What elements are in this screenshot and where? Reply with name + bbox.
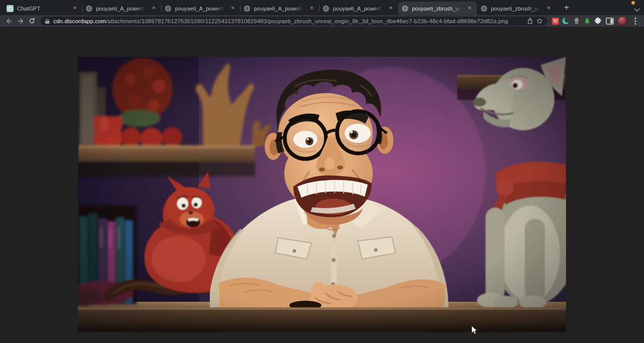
globe-favicon-icon xyxy=(86,5,93,12)
tab-title: pouyaeti_zbrush_unreal_engin xyxy=(491,6,541,12)
chatgpt-favicon-icon xyxy=(7,5,14,12)
share-icon[interactable] xyxy=(527,18,533,24)
tab-pouyaeti-powerful-4[interactable]: pouyaeti_A_powerful_modern × xyxy=(319,2,398,15)
forward-button[interactable] xyxy=(15,16,26,26)
new-tab-button[interactable]: + xyxy=(560,2,573,14)
bookmark-star-icon[interactable] xyxy=(536,18,543,24)
back-button[interactable] xyxy=(3,16,15,26)
tab-close-button[interactable]: × xyxy=(466,5,473,12)
url-text: cdn.discordapp.com/attachments/108978176… xyxy=(53,18,524,24)
url-domain: cdn.discordapp.com xyxy=(53,18,106,24)
profile-avatar[interactable] xyxy=(617,16,627,26)
artwork-vignette xyxy=(78,57,566,332)
tab-title: pouyaeti_A_powerful_modern xyxy=(96,6,146,12)
tab-close-button[interactable]: × xyxy=(308,5,315,12)
globe-favicon-icon xyxy=(480,5,488,12)
side-panel-icon[interactable] xyxy=(604,16,615,26)
browser-window: ChatGPT × pouyaeti_A_powerful_modern × p… xyxy=(0,0,644,343)
tab-pouyaeti-zbrush-active[interactable]: pouyaeti_zbrush_unreal_engin × xyxy=(398,2,477,15)
browser-toolbar: cdn.discordapp.com/attachments/108978176… xyxy=(0,15,644,27)
tab-chatgpt[interactable]: ChatGPT × xyxy=(3,2,82,15)
tab-pouyaeti-zbrush-2[interactable]: pouyaeti_zbrush_unreal_engin × xyxy=(477,2,556,15)
tab-title: pouyaeti_zbrush_unreal_engin xyxy=(412,6,462,12)
tab-pouyaeti-powerful-3[interactable]: pouyaeti_A_powerful_modern × xyxy=(240,2,319,15)
page-content xyxy=(0,27,644,343)
globe-favicon-icon xyxy=(244,5,251,12)
tab-close-button[interactable]: × xyxy=(150,5,157,12)
tab-title: pouyaeti_A_powerful_modern xyxy=(333,6,383,12)
reload-button[interactable] xyxy=(26,16,38,26)
tab-strip: ChatGPT × pouyaeti_A_powerful_modern × p… xyxy=(0,0,644,15)
tab-close-button[interactable]: × xyxy=(71,5,78,12)
red-grid-extension-icon[interactable] xyxy=(550,16,560,26)
menu-kebab-icon[interactable] xyxy=(629,16,641,26)
globe-favicon-icon xyxy=(165,5,172,12)
tree-extension-icon[interactable] xyxy=(582,16,592,26)
tab-close-button[interactable]: × xyxy=(387,5,394,12)
discord-image-attachment[interactable] xyxy=(78,57,566,332)
globe-favicon-icon xyxy=(323,5,330,12)
tab-pouyaeti-powerful-2[interactable]: pouyaeti_A_powerful_modern × xyxy=(161,2,240,15)
address-bar[interactable]: cdn.discordapp.com/attachments/108978176… xyxy=(40,17,547,26)
tab-title: ChatGPT xyxy=(17,6,67,12)
mouse-cursor xyxy=(471,325,478,337)
tab-close-button[interactable]: × xyxy=(545,5,552,12)
globe-favicon-icon xyxy=(401,5,409,12)
tab-title: pouyaeti_A_powerful_modern xyxy=(254,6,304,12)
tab-pouyaeti-powerful-1[interactable]: pouyaeti_A_powerful_modern × xyxy=(82,2,161,15)
gray-extension-icon[interactable] xyxy=(571,16,582,26)
dark-reader-moon-icon[interactable] xyxy=(560,16,571,26)
extensions-puzzle-icon[interactable] xyxy=(592,16,604,26)
update-notification-dot xyxy=(631,1,635,5)
tab-search-chevron-icon[interactable] xyxy=(634,5,640,14)
tab-title: pouyaeti_A_powerful_modern xyxy=(175,6,225,12)
url-path: /attachments/1089781761275351090/1122543… xyxy=(106,18,508,24)
tab-close-button[interactable]: × xyxy=(229,5,236,12)
padlock-icon[interactable] xyxy=(45,18,50,24)
